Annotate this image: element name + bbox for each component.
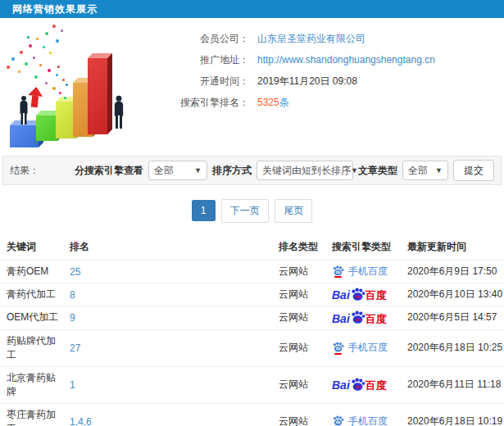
- table-row: 膏药OEM25云网站 du 手机百度 2020年6月9日 17:50: [0, 261, 504, 283]
- svg-text:du: du: [355, 318, 361, 323]
- engine-filter-select[interactable]: 全部 ▼: [148, 161, 207, 180]
- mobile-baidu-badge: du 手机百度: [332, 341, 388, 355]
- svg-text:du: du: [355, 294, 361, 299]
- paw-underline: [334, 353, 342, 355]
- info-section: 会员公司： 山东皇圣堂药业有限公司 推广地址： http://www.shand…: [0, 18, 504, 156]
- updated-cell: 2020年6月9日 17:50: [401, 261, 504, 283]
- baidu-logo-bai: Bai: [332, 379, 350, 391]
- illustration-bar-green: [36, 116, 57, 141]
- engine-type-cell: du 手机百度: [325, 261, 401, 283]
- updated-cell: 2020年6月5日 14:57: [401, 306, 504, 329]
- engine-rank-count: 5325条: [257, 96, 289, 110]
- company-name-link[interactable]: 山东皇圣堂药业有限公司: [257, 32, 366, 46]
- open-time-value: 2019年11月20日 09:08: [257, 75, 357, 88]
- result-label: 结果：: [10, 164, 39, 178]
- next-page-button[interactable]: 下一页: [221, 199, 269, 223]
- svg-text:du: du: [336, 347, 341, 351]
- rank-link[interactable]: 8: [70, 289, 75, 301]
- baidu-logo: Bai du 百度: [332, 310, 387, 324]
- rank-link[interactable]: 25: [70, 266, 80, 278]
- baidu-paw-icon: du: [332, 415, 344, 426]
- field-company: 会员公司： 山东皇圣堂药业有限公司: [157, 28, 504, 49]
- keyword-cell: 枣庄膏药加工: [0, 403, 63, 426]
- filter-bar: 结果： 分搜索引擎查看 全部 ▼ 排序方式 关键词由短到长排序 ▼ 文章类型 全…: [2, 156, 502, 185]
- confetti-dot: [59, 92, 61, 94]
- table-row: 膏药代加工8云网站 Bai du 百度 2020年6月10日 13:40: [0, 283, 504, 306]
- page-number-current[interactable]: 1: [192, 200, 216, 221]
- confetti-dot: [7, 66, 10, 69]
- rank-cell: 1: [63, 366, 272, 403]
- confetti-dot: [33, 57, 35, 59]
- company-info-fields: 会员公司： 山东皇圣堂药业有限公司 推广地址： http://www.shand…: [157, 18, 504, 156]
- baidu-paw-icon: du: [332, 265, 344, 276]
- baidu-logo: Bai du 百度: [332, 288, 387, 301]
- confetti-dot: [49, 52, 52, 54]
- sort-filter-select[interactable]: 关键词由短到长排序 ▼: [257, 161, 353, 180]
- mobile-baidu-badge: du 手机百度: [332, 415, 388, 426]
- pagination: 1 下一页 尾页: [0, 199, 504, 223]
- rank-count-number: 5325: [257, 97, 279, 108]
- submit-button[interactable]: 提交: [453, 160, 494, 181]
- baidu-paw-icon: du: [350, 310, 366, 324]
- confetti-dot: [11, 57, 15, 61]
- engine-type-cell: Bai du 百度: [325, 366, 401, 403]
- keyword-cell: 药贴牌代加工: [0, 329, 63, 366]
- confetti-dot: [18, 70, 20, 73]
- confetti-dot: [34, 75, 38, 79]
- chevron-down-icon: ▼: [351, 166, 358, 174]
- rank-type-cell: 云网站: [272, 403, 325, 426]
- table-row: 北京膏药贴牌1云网站 Bai du 百度 2020年6月11日 11:18: [0, 366, 504, 403]
- confetti-dot: [62, 79, 65, 81]
- mobile-baidu-label: 手机百度: [348, 415, 388, 426]
- last-page-button[interactable]: 尾页: [275, 199, 312, 223]
- illustration-bar-blue: [10, 125, 39, 147]
- baidu-logo-cn: 百度: [366, 290, 387, 301]
- article-type-select[interactable]: 全部 ▼: [402, 161, 448, 180]
- confetti-dot: [61, 29, 63, 32]
- confetti-dot: [66, 84, 68, 86]
- baidu-logo: Bai du 百度: [332, 378, 387, 391]
- header-rank-type: 排名类型: [272, 234, 325, 261]
- table-row: OEM代加工9云网站 Bai du 百度 2020年6月5日 14:57: [0, 306, 504, 329]
- mobile-baidu-label: 手机百度: [348, 265, 388, 279]
- rank-link[interactable]: 9: [70, 312, 75, 324]
- sort-filter-value: 关键词由短到长排序: [262, 164, 351, 178]
- rank-cell: 27: [63, 329, 272, 366]
- confetti-dot: [52, 87, 56, 90]
- filter-controls: 分搜索引擎查看 全部 ▼ 排序方式 关键词由短到长排序 ▼ 文章类型 全部 ▼ …: [75, 160, 494, 181]
- baidu-paw-icon: du: [350, 378, 366, 391]
- chevron-down-icon: ▼: [435, 166, 443, 174]
- field-open-time: 开通时间： 2019年11月20日 09:08: [157, 70, 504, 92]
- baidu-logo-cn: 百度: [366, 314, 387, 324]
- keyword-cell: OEM代加工: [0, 306, 63, 329]
- header-engine-type: 搜索引擎类型: [325, 234, 401, 261]
- app-header: 网络营销效果展示: [0, 0, 504, 18]
- updated-cell: 2020年6月18日 10:19: [401, 403, 504, 426]
- svg-text:du: du: [336, 420, 341, 424]
- rank-type-cell: 云网站: [272, 306, 325, 329]
- confetti-dot: [39, 64, 42, 66]
- field-open-time-label: 开通时间：: [157, 75, 249, 88]
- field-promo-url-label: 推广地址：: [157, 53, 249, 67]
- article-type-value: 全部: [408, 164, 428, 178]
- header-keyword: 关键词: [0, 234, 63, 261]
- confetti-dot: [29, 44, 32, 48]
- confetti-dot: [27, 36, 30, 39]
- rank-link[interactable]: 1,4,6: [70, 416, 92, 426]
- chevron-down-icon: ▼: [194, 166, 202, 174]
- confetti-dot: [57, 66, 60, 68]
- confetti-dot: [20, 51, 23, 54]
- rank-link[interactable]: 1: [70, 379, 75, 391]
- rank-type-cell: 云网站: [272, 329, 325, 366]
- rank-link[interactable]: 27: [70, 342, 80, 354]
- confetti-dot: [36, 38, 39, 40]
- confetti-dot: [25, 62, 28, 66]
- promo-url-link[interactable]: http://www.shandonghuangshengtang.cn: [257, 54, 435, 66]
- svg-text:du: du: [336, 270, 341, 274]
- mobile-baidu-label: 手机百度: [348, 341, 388, 355]
- confetti-dot: [56, 39, 59, 43]
- paw-underline: [334, 276, 342, 278]
- engine-type-cell: du 手机百度: [325, 329, 401, 366]
- header-updated: 最新更新时间: [401, 234, 504, 261]
- engine-type-cell: du 手机百度: [325, 403, 401, 426]
